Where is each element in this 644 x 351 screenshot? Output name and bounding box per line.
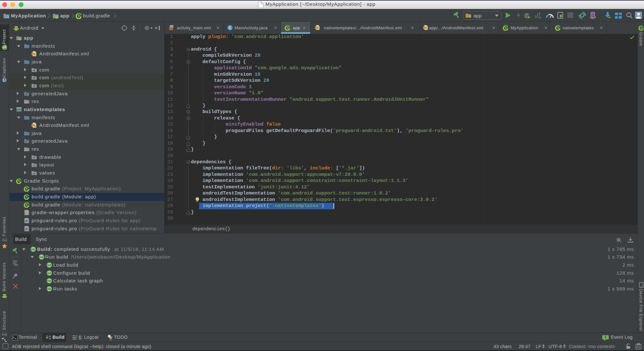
- svg-text:OK: OK: [47, 280, 52, 282]
- svg-text:OK: OK: [47, 272, 52, 275]
- svg-text:2: 2: [604, 335, 606, 339]
- svg-text:C: C: [229, 26, 231, 30]
- svg-text:01: 01: [49, 336, 51, 338]
- svg-text:OK: OK: [47, 288, 52, 290]
- svg-text:OK: OK: [39, 256, 44, 259]
- svg-text:10: 10: [49, 338, 51, 340]
- svg-text:OK: OK: [47, 264, 52, 267]
- svg-text:OK: OK: [31, 248, 35, 251]
